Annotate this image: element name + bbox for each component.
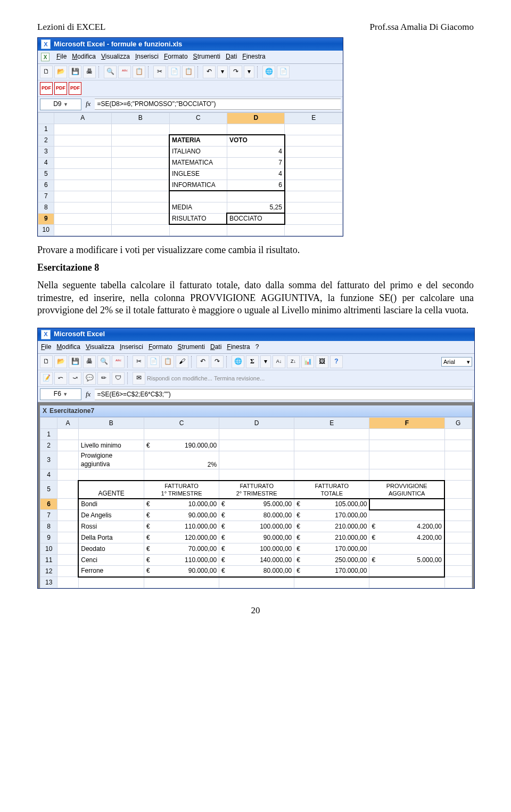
paste-icon[interactable]: 📋 (182, 66, 195, 78)
spreadsheet-grid[interactable]: A B C D E 1 2 MATERIA VOTO 3 ITALIANO 4 … (38, 112, 343, 236)
cell-D7[interactable] (227, 191, 284, 202)
pdf-mail-icon[interactable]: PDF (54, 82, 67, 95)
menu-formato[interactable]: Formato (149, 343, 172, 352)
cut-icon[interactable]: ✂ (153, 66, 166, 78)
col-header-A[interactable]: A (54, 112, 111, 124)
cell-F12[interactable] (369, 566, 444, 577)
col-header-E[interactable]: E (294, 418, 369, 429)
cell-E7[interactable]: €170.000,00 (294, 510, 369, 521)
currency-icon[interactable]: 📄 (277, 66, 290, 78)
row-header[interactable]: 8 (38, 202, 54, 213)
undo-icon[interactable]: ↶ (196, 355, 209, 368)
cell-D3[interactable]: 4 (227, 146, 284, 157)
formula-input[interactable]: =SE(E6>=C$2;E6*C$3;"") (95, 389, 472, 400)
row-header[interactable]: 9 (40, 532, 57, 543)
row-header[interactable]: 2 (38, 135, 54, 146)
cell-E5[interactable]: FATTURATOTOTALE (294, 481, 369, 499)
row-header[interactable]: 5 (38, 168, 54, 180)
redo-icon[interactable]: ↷ (229, 66, 242, 78)
menu-dati[interactable]: Dati (226, 53, 237, 61)
row-header[interactable]: 2 (40, 440, 57, 451)
name-box[interactable]: F6 ▼ (40, 388, 81, 400)
row-header[interactable]: 11 (40, 555, 57, 566)
cell-D9[interactable]: €90.000,00 (219, 532, 294, 543)
menu-formato[interactable]: Formato (164, 53, 188, 61)
row-header[interactable]: 4 (38, 157, 54, 168)
pdf-icon[interactable]: PDF (40, 82, 53, 95)
cell-E11[interactable]: €250.000,00 (294, 555, 369, 566)
menu-help[interactable]: ? (256, 343, 259, 352)
cell-C5[interactable]: FATTURATO1° TRIMESTRE (144, 481, 219, 499)
row-header[interactable]: 1 (38, 124, 54, 135)
protect-icon[interactable]: 🛡 (112, 372, 125, 385)
row-header[interactable]: 9 (38, 213, 54, 224)
cell-C10[interactable]: €70.000,00 (144, 543, 219, 555)
menu-finestra[interactable]: Finestra (242, 53, 265, 61)
col-header-D[interactable]: D (227, 112, 284, 124)
search-icon[interactable]: 🔍 (104, 66, 117, 78)
menu-dati[interactable]: Dati (210, 343, 221, 352)
cell-C8[interactable]: €110.000,00 (144, 521, 219, 532)
send-mail-icon[interactable]: ✉ (133, 372, 145, 385)
redo-icon[interactable]: ↷ (211, 355, 224, 368)
spellcheck-icon[interactable]: ᴬᴮᶜ (112, 355, 125, 368)
research-icon[interactable]: 📋 (133, 66, 145, 78)
pdf-set-icon[interactable]: PDF (69, 82, 81, 95)
hyperlink-icon[interactable]: 🌐 (262, 66, 275, 78)
print-icon[interactable]: 🖶 (83, 355, 96, 368)
cell-B2[interactable]: Livello minimo (78, 440, 144, 451)
menu-modifica[interactable]: Modifica (72, 53, 96, 61)
spreadsheet-grid[interactable]: A B C D E F G 1 2 Livello minimo €190.00… (40, 417, 472, 588)
name-box[interactable]: D9 ▼ (40, 99, 81, 110)
col-header-G[interactable]: G (444, 418, 472, 429)
cell-B12[interactable]: Ferrone (78, 566, 144, 577)
preview-icon[interactable]: 🔍 (97, 355, 110, 368)
col-header-D[interactable]: D (219, 418, 294, 429)
name-box-dropdown-icon[interactable]: ▼ (63, 102, 68, 107)
cell-D8[interactable]: 5,25 (227, 202, 284, 213)
cell-C7[interactable] (169, 191, 227, 202)
cell-B9[interactable]: Della Porta (78, 532, 144, 543)
cell-E6[interactable]: €105.000,00 (294, 499, 369, 510)
cell-F6[interactable] (369, 499, 444, 510)
autosum-dropdown-icon[interactable]: ▾ (260, 355, 271, 368)
menu-inserisci[interactable]: Inserisci (120, 343, 143, 352)
sort-desc-icon[interactable]: Z↓ (287, 355, 300, 368)
cell-C12[interactable]: €90.000,00 (144, 566, 219, 577)
cell-E8[interactable]: €210.000,00 (294, 521, 369, 532)
cell-D5[interactable]: 4 (227, 168, 284, 180)
cell-C11[interactable]: €110.000,00 (144, 555, 219, 566)
cell-C9[interactable]: RISULTATO (169, 213, 227, 224)
cell-B11[interactable]: Cenci (78, 555, 144, 566)
permission-icon[interactable]: 🖶 (83, 66, 96, 78)
cell-D11[interactable]: €140.000,00 (219, 555, 294, 566)
row-header[interactable]: 3 (38, 146, 54, 157)
row-header[interactable]: 6 (40, 499, 57, 510)
new-doc-icon[interactable]: 🗋 (40, 66, 53, 78)
cell-C5[interactable]: INGLESE (169, 168, 227, 180)
row-header[interactable]: 7 (38, 191, 54, 202)
cell-F10[interactable] (369, 543, 444, 555)
col-header-F[interactable]: F (369, 418, 444, 429)
cell-D7[interactable]: €80.000,00 (219, 510, 294, 521)
cell-C7[interactable]: €90.000,00 (144, 510, 219, 521)
spellcheck-icon[interactable]: ᴬᴮᶜ (118, 66, 131, 78)
cell-D5[interactable]: FATTURATO2° TRIMESTRE (219, 481, 294, 499)
cell-C2[interactable]: €190.000,00 (144, 440, 219, 451)
next-comment-icon[interactable]: ⤻ (69, 372, 81, 385)
cell-F11[interactable]: €5.000,00 (369, 555, 444, 566)
cell-C3[interactable]: 2% (144, 451, 219, 469)
cell-C4[interactable]: MATEMATICA (169, 157, 227, 168)
cell-D2[interactable]: VOTO (227, 135, 284, 146)
cell-D6[interactable]: 6 (227, 180, 284, 191)
cell-B3[interactable]: Prowigioneaggiuntiva (78, 451, 144, 469)
select-all-corner[interactable] (38, 112, 54, 124)
cell-D12[interactable]: €80.000,00 (219, 566, 294, 577)
menu-modifica[interactable]: Modifica (56, 343, 80, 352)
cell-C3[interactable]: ITALIANO (169, 146, 227, 157)
help-icon[interactable]: ? (330, 355, 343, 368)
formula-input[interactable]: =SE(D8>=6;"PROMOSSO";"BOCCIATO") (95, 99, 341, 110)
copy-icon[interactable]: 📄 (147, 355, 160, 368)
show-comments-icon[interactable]: 💬 (83, 372, 96, 385)
name-box-dropdown-icon[interactable]: ▼ (63, 392, 68, 397)
